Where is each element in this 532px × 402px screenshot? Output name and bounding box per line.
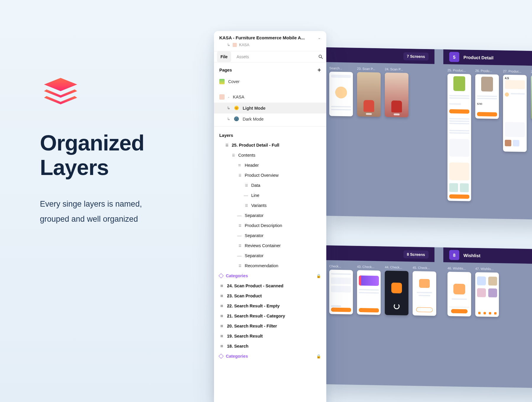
- layer-frame-19[interactable]: 19. Search Result: [214, 331, 326, 341]
- layers-heading: Layers: [214, 128, 326, 140]
- thumb-check-45[interactable]: 45. Check...: [413, 266, 436, 316]
- component-icon: [219, 273, 224, 278]
- lock-icon: 🔒: [316, 274, 321, 278]
- canvas-section-top: 7 Screens Search... 23. Scan P...: [325, 47, 532, 220]
- pages-heading: Pages: [219, 68, 232, 72]
- section-title: Product Detail: [463, 55, 494, 60]
- layer-recommendation[interactable]: Recommendation: [214, 261, 326, 271]
- section-bar-search: 7 Screens: [325, 47, 434, 64]
- layer-separator-3[interactable]: Separator: [214, 251, 326, 261]
- layer-product-description[interactable]: Product Description: [214, 221, 326, 231]
- layer-reviews-container[interactable]: Reviews Container: [214, 241, 326, 251]
- page-dark-mode[interactable]: ↳ 🌚 Dark Mode: [214, 114, 326, 124]
- thumb-search[interactable]: Search...: [329, 66, 353, 116]
- layer-categories-2[interactable]: Categories 🔒: [214, 351, 326, 361]
- tab-file[interactable]: File: [217, 51, 231, 62]
- thumb-25[interactable]: 25. Produc...: [447, 68, 471, 201]
- thumb-27[interactable]: 27. Produc... 4.5: [503, 69, 527, 202]
- layer-header[interactable]: Header: [214, 160, 326, 170]
- section-bar-wishlist: 8 Wishlist: [443, 247, 532, 265]
- layer-data[interactable]: Data: [214, 180, 326, 190]
- indent-arrow-icon: ↳: [227, 117, 230, 121]
- thumb-wish-47[interactable]: 47. Wishlis...: [475, 267, 499, 317]
- layer-frame-20[interactable]: 20. Search Result - Filter: [214, 321, 326, 331]
- search-icon[interactable]: [318, 54, 323, 59]
- layer-frame-22[interactable]: 22. Search Result - Empty: [214, 301, 326, 311]
- indent-arrow-icon: ↳: [227, 106, 230, 110]
- component-icon: [219, 354, 224, 359]
- layer-frame-21[interactable]: 21. Search Result - Category: [214, 311, 326, 321]
- page-cover[interactable]: Cover: [214, 76, 326, 87]
- project-switcher[interactable]: KASA - Furniture Ecommerce Mobile A... ⌄: [214, 31, 326, 42]
- promo-subtitle: Every singe layers is named, grouped and…: [40, 197, 188, 227]
- chair-icon: [233, 43, 237, 47]
- thumb-scan-23[interactable]: 23. Scan P...: [357, 67, 381, 117]
- thumb-wish-46[interactable]: 46. Wishlis...: [447, 266, 471, 316]
- layer-variants[interactable]: Variants: [214, 200, 326, 210]
- add-page-button[interactable]: +: [317, 67, 321, 73]
- svg-line-1: [321, 57, 323, 59]
- section-bar-checkout: 8 Screens: [325, 245, 434, 262]
- project-title: KASA - Furniture Ecommerce Mobile A...: [219, 35, 305, 40]
- section-number-badge: 8: [449, 250, 459, 260]
- thumb-check-1[interactable]: Check...: [329, 264, 353, 314]
- canvas-section-bottom: 8 Screens Check... 43. Check...: [325, 245, 532, 389]
- layer-separator-2[interactable]: Separator: [214, 231, 326, 241]
- chair-icon: [219, 94, 225, 100]
- svg-point-0: [319, 55, 322, 58]
- figma-layers-panel: KASA - Furniture Ecommerce Mobile A... ⌄…: [214, 31, 326, 402]
- screens-count: 7 Screens: [403, 52, 429, 60]
- lock-icon: 🔒: [316, 354, 321, 359]
- indent-arrow-icon: ↳: [227, 43, 230, 47]
- layer-frame-24[interactable]: 24. Scan Product - Scanned: [214, 281, 326, 291]
- tab-assets[interactable]: Assets: [233, 51, 252, 62]
- thumb-check-44[interactable]: 44. Check...: [385, 265, 408, 315]
- layer-separator-1[interactable]: Separator: [214, 210, 326, 221]
- moon-emoji-icon: 🌚: [234, 116, 239, 121]
- thumb-28[interactable]: 28. AR T...: [531, 70, 532, 202]
- layer-frame-18[interactable]: 18. Search: [214, 341, 326, 351]
- promo-title: Organized Layers: [40, 131, 188, 180]
- cover-thumb-icon: [219, 79, 225, 84]
- section-title: Wishlist: [463, 253, 480, 258]
- thumb-check-43[interactable]: 43. Check...: [357, 265, 381, 315]
- promo-block: Organized Layers Every singe layers is n…: [40, 75, 188, 227]
- page-light-mode[interactable]: ↳ 🌞 Light Mode: [214, 103, 326, 114]
- layer-frame-25[interactable]: 25. Product Detail - Full: [214, 140, 326, 150]
- page-kasa[interactable]: · KASA: [214, 91, 326, 103]
- breadcrumb: ↳ KASA: [214, 42, 326, 51]
- sun-emoji-icon: 🌞: [234, 106, 239, 111]
- chevron-down-icon: ⌄: [318, 35, 321, 40]
- section-number-badge: 5: [449, 52, 459, 62]
- thumb-26[interactable]: 26. Produ... $290: [475, 69, 499, 202]
- layer-contents[interactable]: Contents: [214, 150, 326, 160]
- layer-line[interactable]: Line: [214, 190, 326, 200]
- section-bar-product-detail: 5 Product Detail: [443, 49, 532, 67]
- screens-count: 8 Screens: [403, 250, 429, 258]
- layers-logo-icon: [40, 75, 81, 117]
- layer-product-overview[interactable]: Product Overview: [214, 170, 326, 180]
- thumb-scan-24[interactable]: 24. Scan P...: [385, 67, 408, 117]
- layer-frame-23[interactable]: 23. Scan Product: [214, 291, 326, 301]
- layer-categories-1[interactable]: Categories 🔒: [214, 271, 326, 281]
